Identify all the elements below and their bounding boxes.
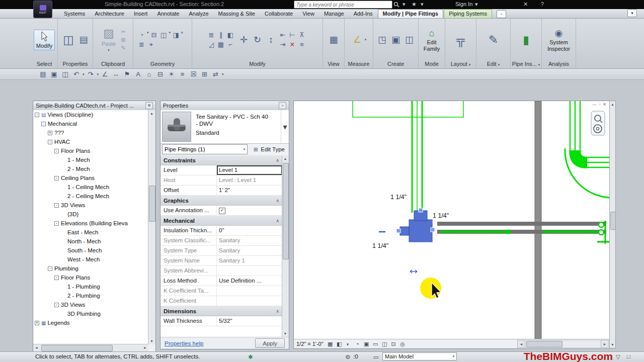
array-icon[interactable]: ▦ — [217, 40, 225, 49]
project-browser-header[interactable]: Simple-Building CADtech.rvt - Project ..… — [33, 101, 155, 111]
view-minimize-icon[interactable]: — — [592, 102, 596, 107]
scroll-up-icon[interactable]: ▲ — [282, 155, 288, 162]
collapse-icon[interactable]: - — [54, 303, 59, 307]
shadows-icon[interactable]: ◔ — [354, 340, 361, 348]
modify-button[interactable]: Modify — [34, 30, 55, 50]
properties-palette-icon[interactable]: ◫ — [61, 33, 76, 47]
collapse-icon[interactable]: - — [54, 276, 59, 280]
property-row[interactable]: K Coefficient Ta... — [160, 286, 282, 296]
property-section-header[interactable]: Mechanical∧ — [160, 216, 282, 226]
property-value[interactable] — [217, 266, 282, 276]
redo-icon[interactable]: ↷ — [86, 70, 96, 79]
tab-analyze[interactable]: Analyze — [184, 10, 213, 18]
aligned-dimension-icon[interactable]: ↔ — [111, 70, 121, 79]
save-icon[interactable]: ▣ — [49, 70, 59, 79]
property-value[interactable] — [217, 296, 282, 306]
tree-item[interactable]: -Elevations (Building Eleva — [33, 219, 148, 228]
temporary-hide-icon[interactable]: ◫ — [381, 340, 388, 348]
thin-lines-qat-icon[interactable]: ≡ — [178, 70, 187, 79]
tab-add-ins[interactable]: Add-Ins — [349, 10, 377, 18]
expand-icon[interactable]: + — [48, 131, 52, 135]
create-similar-icon[interactable]: ▣ — [390, 34, 402, 45]
edit-family-button[interactable]: ⌂ Edit Family — [422, 27, 442, 53]
property-value[interactable]: Level : Level 1 — [217, 175, 282, 185]
select-toggle-icon[interactable]: □ — [627, 353, 630, 359]
scroll-down-icon[interactable]: ▼ — [609, 341, 616, 348]
tab-insert[interactable]: Insert — [129, 10, 152, 18]
offset-icon[interactable]: ∥ — [217, 31, 225, 39]
scroll-left-icon[interactable]: ◄ — [33, 344, 40, 351]
lock-view-icon[interactable]: ◎ — [399, 340, 407, 348]
favorites-icon[interactable]: ★ — [412, 1, 417, 8]
scroll-left-icon[interactable]: ◄ — [517, 340, 525, 348]
ribbon-state-toggle[interactable]: ▫ — [497, 10, 506, 18]
join-icon[interactable]: ◫ — [159, 31, 168, 39]
qat-customize-icon[interactable]: ▾ — [222, 72, 224, 76]
property-row[interactable]: Loss MethodUse Definition ... — [160, 276, 282, 286]
tree-item[interactable]: +??? — [33, 128, 148, 137]
extend-right-icon[interactable]: ⇥ — [279, 40, 287, 49]
redo-dropdown-icon[interactable]: ▾ — [97, 72, 99, 76]
tree-item[interactable]: -Ceiling Plans — [33, 173, 148, 183]
properties-alt-icon[interactable]: ▤ — [77, 34, 90, 45]
scroll-up-icon[interactable]: ▲ — [609, 101, 616, 108]
property-row[interactable]: LevelLevel 1 — [160, 165, 282, 175]
property-row[interactable]: Use Annotation ...✓ — [160, 206, 282, 216]
sun-path-icon[interactable]: ◐ — [345, 340, 352, 348]
property-value[interactable]: ✓ — [217, 206, 282, 215]
collapse-icon[interactable]: - — [54, 176, 59, 180]
collapse-icon[interactable]: - — [48, 140, 52, 144]
section-collapse-icon[interactable]: ∧ — [276, 198, 279, 203]
rotate-icon[interactable]: ↻ — [252, 34, 264, 45]
exchange-icon[interactable]: ✕ — [523, 1, 528, 8]
undo-icon[interactable]: ↶ — [71, 70, 81, 79]
measure-qat-icon[interactable]: ∠ — [100, 70, 110, 79]
tree-item[interactable]: East - Mech — [33, 228, 148, 237]
tree-item[interactable]: South - Mech — [33, 246, 148, 255]
split-element-icon[interactable]: ⊢ — [288, 31, 297, 39]
tab-manage[interactable]: Manage — [319, 10, 349, 18]
pipe-ins-dropdown-icon[interactable]: ▾ — [538, 63, 540, 66]
edit-type-button[interactable]: ⊞ Edit Type — [250, 144, 287, 154]
collapse-icon[interactable]: - — [41, 122, 46, 126]
property-section-header[interactable]: Constraints∧ — [160, 155, 282, 165]
tab-massing-site[interactable]: Massing & Site — [214, 10, 260, 18]
switch-windows-icon[interactable]: ⊞ — [200, 70, 209, 79]
scroll-down-icon[interactable]: ▼ — [282, 330, 288, 337]
tab-piping-systems[interactable]: Piping Systems — [444, 9, 492, 18]
tree-item[interactable]: -Floor Plans — [33, 273, 148, 282]
scroll-up-icon[interactable]: ▲ — [148, 110, 155, 117]
view-close-icon[interactable]: ✕ — [603, 102, 606, 107]
design-options-icon[interactable]: ▭ — [373, 353, 379, 360]
property-value[interactable]: Level 1 — [217, 165, 282, 175]
reveal-hidden-icon[interactable]: ⊡ — [390, 340, 397, 348]
tree-item[interactable]: 2 - Ceiling Mech — [33, 192, 148, 201]
cut-icon[interactable]: ✂ — [120, 28, 127, 35]
tab-architecture[interactable]: Architecture — [90, 10, 129, 18]
create-assembly-icon[interactable]: ◫ — [404, 34, 416, 45]
tree-item[interactable]: -3D Views — [33, 201, 148, 210]
search-icon[interactable] — [393, 2, 399, 8]
properties-header[interactable]: Properties ▫ — [160, 101, 289, 111]
collapse-icon[interactable]: - — [54, 149, 59, 153]
edit-pipe-icon[interactable]: ✎ — [486, 33, 501, 47]
section-collapse-icon[interactable]: ∧ — [276, 158, 279, 163]
tab-modify-pipe-fittings[interactable]: Modify | Pipe Fittings — [378, 9, 444, 18]
collapse-icon[interactable]: - — [54, 203, 59, 208]
paint-icon[interactable]: ◨ — [172, 31, 180, 39]
property-row[interactable]: Offset1' 2" — [160, 186, 282, 196]
sun-icon[interactable]: ☀ — [167, 70, 176, 79]
tree-item[interactable]: +▦Legends — [33, 318, 148, 327]
application-menu-button[interactable]: MEP — [33, 1, 52, 18]
worksets-icon[interactable]: ⚙ — [345, 353, 350, 360]
paste-button[interactable]: ▨ Paste ▾ — [99, 25, 118, 54]
crop-view-icon[interactable]: ▣ — [363, 340, 370, 348]
section-collapse-icon[interactable]: ∧ — [276, 309, 279, 314]
pin-icon[interactable]: ⊼ — [298, 31, 306, 39]
property-value[interactable]: Sanitary — [217, 246, 282, 255]
project-browser-hscrollbar[interactable]: ◄ ► — [33, 344, 148, 351]
tree-item[interactable]: 1 - Plumbing — [33, 282, 148, 291]
tab-annotate[interactable]: Annotate — [152, 10, 184, 18]
checkbox-checked-icon[interactable]: ✓ — [219, 208, 225, 214]
tree-item[interactable]: -▤Views (Discipline) — [33, 110, 148, 119]
